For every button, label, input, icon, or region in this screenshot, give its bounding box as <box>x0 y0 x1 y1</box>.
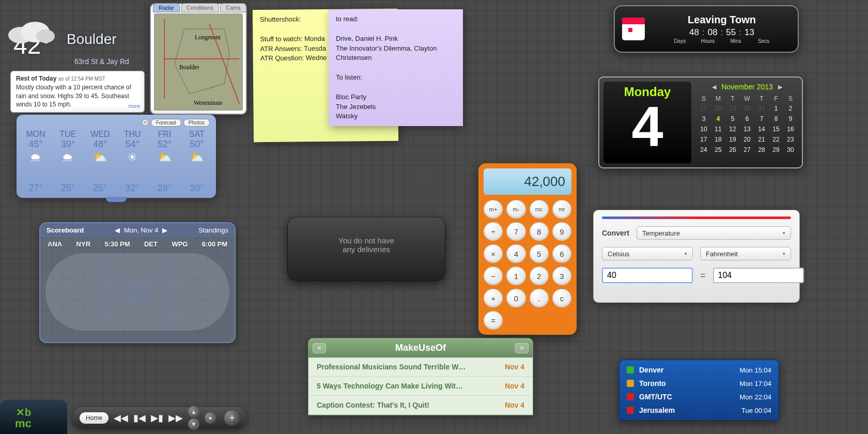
calendar-day[interactable]: 22 <box>769 134 783 145</box>
ok-button[interactable]: ● <box>205 412 216 424</box>
home-button[interactable]: Home <box>80 412 109 424</box>
rss-prev-button[interactable]: < <box>313 343 326 353</box>
calendar-day[interactable]: 24 <box>696 145 711 155</box>
calendar-day[interactable]: 21 <box>754 134 769 145</box>
calendar-day[interactable]: 18 <box>711 134 725 145</box>
prev-button[interactable]: ▮◀ <box>133 412 146 424</box>
calendar-day[interactable]: 4 <box>711 114 725 124</box>
collapse-button[interactable]: − <box>142 119 149 126</box>
to-unit-select[interactable]: Fahrenheit <box>700 247 791 260</box>
category-select[interactable]: Temperature <box>637 226 791 240</box>
calendar-day[interactable]: 6 <box>740 114 754 124</box>
calendar-day[interactable]: 8 <box>769 114 783 124</box>
tab-scoreboard[interactable]: Scoreboard <box>47 226 84 234</box>
svg-point-2 <box>36 29 55 43</box>
weather-widget: 42° Boulder 63rd St & Jay Rd Rest of Tod… <box>10 31 145 113</box>
tab-cams[interactable]: Cams <box>220 3 246 12</box>
calc-key-5[interactable]: 5 <box>530 244 549 263</box>
calendar-day[interactable]: 13 <box>740 124 754 134</box>
tab-photos[interactable]: Photos <box>183 119 210 127</box>
calendar-day[interactable]: 26 <box>725 145 740 155</box>
calendar-day[interactable]: 2 <box>783 103 798 114</box>
calendar-day[interactable]: 30 <box>740 103 754 114</box>
calendar-day[interactable]: 3 <box>696 114 711 124</box>
calc-key-−[interactable]: − <box>484 267 503 285</box>
down-button[interactable]: ▼ <box>188 419 199 430</box>
calc-key-÷[interactable]: ÷ <box>484 222 503 241</box>
calc-key-mr[interactable]: mr <box>552 200 571 219</box>
calendar-day[interactable]: 29 <box>725 103 740 114</box>
tab-radar[interactable]: Radar <box>153 3 180 12</box>
next-button[interactable]: ▶▮ <box>151 412 163 424</box>
forecast-day: MON45°🌧27° <box>20 130 52 194</box>
calc-key-8[interactable]: 8 <box>530 222 549 241</box>
rss-next-button[interactable]: > <box>515 343 529 353</box>
rss-item[interactable]: Caption Contest: That's It, I Quit!Nov 4 <box>308 396 533 415</box>
calendar-day[interactable]: 25 <box>711 145 725 155</box>
calendar-day[interactable]: 28 <box>711 103 725 114</box>
calendar-flip: Monday 4 <box>603 82 691 163</box>
clock-row: DenverMon 15:04 <box>625 363 773 377</box>
calc-key-7[interactable]: 7 <box>506 222 525 241</box>
next-month-button[interactable]: ▶ <box>778 84 782 90</box>
calendar-day[interactable]: 30 <box>783 145 798 155</box>
svg-point-3 <box>64 264 84 284</box>
weather-more-link[interactable]: more <box>128 103 140 110</box>
rewind-button[interactable]: ◀◀ <box>114 412 128 424</box>
calendar-day[interactable]: 5 <box>725 114 740 124</box>
calendar-grid: SMTWTFS272829303112345678910111213141516… <box>696 94 798 155</box>
calendar-day[interactable]: 16 <box>783 124 798 134</box>
rss-item[interactable]: 5 Ways Technology Can Make Living Wit…No… <box>308 377 533 396</box>
calc-key-.[interactable]: . <box>530 289 549 307</box>
up-button[interactable]: ▲ <box>188 406 199 417</box>
from-value-input[interactable] <box>602 268 693 283</box>
sticky-note-purple[interactable]: to read: Drive, Daniel H. Pink The Innov… <box>329 9 463 126</box>
calc-key-6[interactable]: 6 <box>552 244 571 263</box>
forward-button[interactable]: ▶▶ <box>168 412 183 424</box>
calc-key-m+[interactable]: m+ <box>484 200 503 219</box>
rss-item[interactable]: Professional Musicians Sound Terrible W…… <box>308 358 533 377</box>
calendar-day[interactable]: 17 <box>696 134 711 145</box>
calendar-day[interactable]: 20 <box>740 134 754 145</box>
rss-widget: < MakeUseOf > Professional Musicians Sou… <box>308 338 533 415</box>
team-logo: TORONTO MAPLE LEAFS <box>123 282 152 302</box>
calc-key-2[interactable]: 2 <box>530 267 549 285</box>
calc-key-+[interactable]: + <box>484 289 503 307</box>
calc-key-3[interactable]: 3 <box>552 267 571 285</box>
calendar-day[interactable]: 12 <box>725 124 740 134</box>
calendar-day[interactable]: 10 <box>696 124 711 134</box>
add-button[interactable]: + <box>224 410 240 426</box>
calendar-day[interactable]: 28 <box>754 145 769 155</box>
next-day-button[interactable]: ▶ <box>162 226 167 234</box>
prev-month-button[interactable]: ◀ <box>712 84 716 90</box>
prev-day-button[interactable]: ◀ <box>115 226 120 234</box>
calc-key-c[interactable]: c <box>552 289 571 307</box>
radar-map[interactable]: Longmont Boulder Westminste <box>154 13 243 111</box>
tab-forecast[interactable]: Forecast <box>151 119 181 127</box>
calendar-day[interactable]: 14 <box>754 124 769 134</box>
tab-conditions[interactable]: Conditions <box>181 3 219 12</box>
from-unit-select[interactable]: Celsius <box>602 247 693 260</box>
calc-key-4[interactable]: 4 <box>506 244 525 263</box>
calendar-day[interactable]: 1 <box>769 103 783 114</box>
calendar-day[interactable]: 29 <box>769 145 783 155</box>
calendar-day[interactable]: 27 <box>696 103 711 114</box>
calc-key-1[interactable]: 1 <box>506 267 525 285</box>
tab-standings[interactable]: Standings <box>198 226 228 234</box>
calendar-day[interactable]: 27 <box>740 145 754 155</box>
calendar-day[interactable]: 11 <box>711 124 725 134</box>
calc-key-9[interactable]: 9 <box>552 222 571 241</box>
calc-key-0[interactable]: 0 <box>506 289 525 307</box>
calc-key-×[interactable]: × <box>484 244 503 263</box>
calc-key-=[interactable]: = <box>484 311 503 330</box>
calendar-day[interactable]: 19 <box>725 134 740 145</box>
calendar-day[interactable]: 31 <box>754 103 769 114</box>
drag-handle[interactable] <box>106 197 127 202</box>
calendar-day[interactable]: 23 <box>783 134 798 145</box>
status-dot <box>627 366 634 374</box>
calc-key-mc[interactable]: mc <box>530 200 549 219</box>
calendar-day[interactable]: 15 <box>769 124 783 134</box>
calc-key-m-[interactable]: m- <box>506 200 525 219</box>
calendar-day[interactable]: 9 <box>783 114 798 124</box>
calendar-day[interactable]: 7 <box>754 114 769 124</box>
